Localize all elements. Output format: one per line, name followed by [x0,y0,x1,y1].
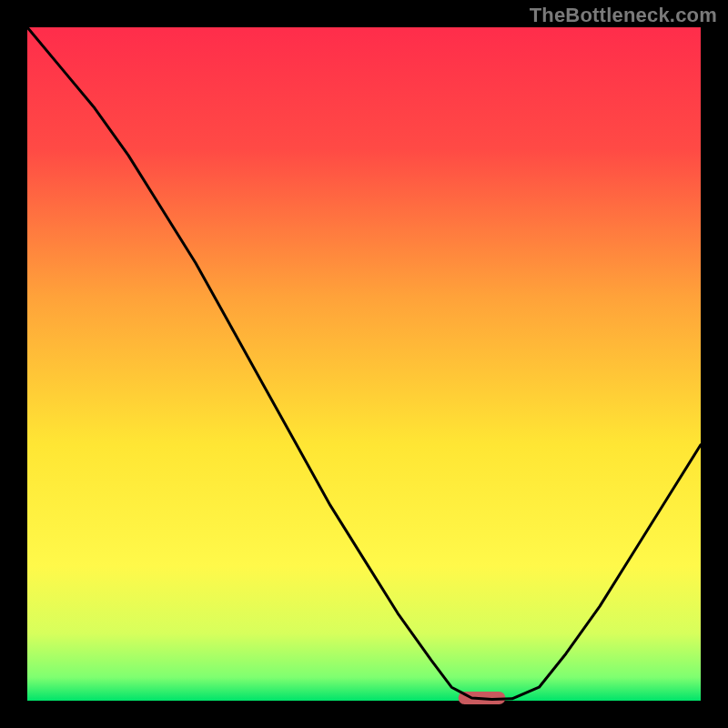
chart-canvas [0,0,728,728]
bottleneck-chart: TheBottleneck.com [0,0,728,728]
plot-background [27,27,701,701]
watermark-text: TheBottleneck.com [530,4,717,27]
